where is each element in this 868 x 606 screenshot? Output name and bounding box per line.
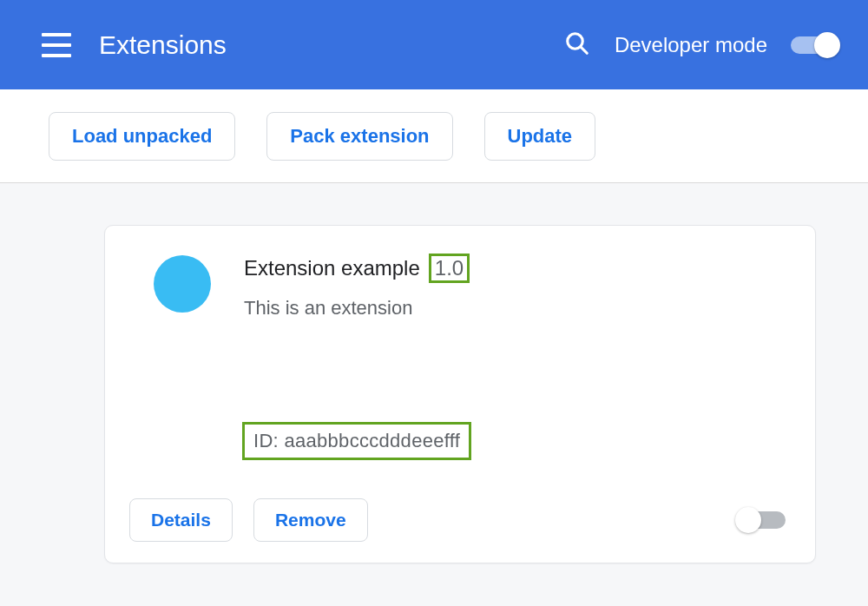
search-icon[interactable] bbox=[564, 30, 590, 60]
svg-line-1 bbox=[581, 46, 588, 53]
menu-icon[interactable] bbox=[42, 33, 71, 57]
app-header: Extensions Developer mode bbox=[0, 0, 868, 89]
details-button[interactable]: Details bbox=[129, 498, 233, 542]
page-title: Extensions bbox=[99, 30, 564, 60]
extension-icon bbox=[154, 255, 211, 313]
extension-version: 1.0 bbox=[429, 254, 470, 283]
developer-mode-label: Developer mode bbox=[615, 33, 767, 57]
remove-button[interactable]: Remove bbox=[253, 498, 368, 542]
developer-toolbar: Load unpacked Pack extension Update bbox=[0, 89, 868, 183]
extension-card: Extension example 1.0 This is an extensi… bbox=[104, 225, 816, 563]
update-button[interactable]: Update bbox=[484, 112, 596, 161]
extension-id: ID: aaabbbcccdddeeefff bbox=[242, 422, 471, 460]
content-area: Extension example 1.0 This is an extensi… bbox=[0, 183, 868, 606]
extension-name: Extension example bbox=[244, 256, 420, 280]
pack-extension-button[interactable]: Pack extension bbox=[266, 112, 452, 161]
extension-enable-toggle[interactable] bbox=[735, 507, 786, 533]
extension-description: This is an extension bbox=[244, 297, 470, 319]
developer-mode-toggle[interactable] bbox=[790, 32, 840, 58]
load-unpacked-button[interactable]: Load unpacked bbox=[49, 112, 235, 161]
